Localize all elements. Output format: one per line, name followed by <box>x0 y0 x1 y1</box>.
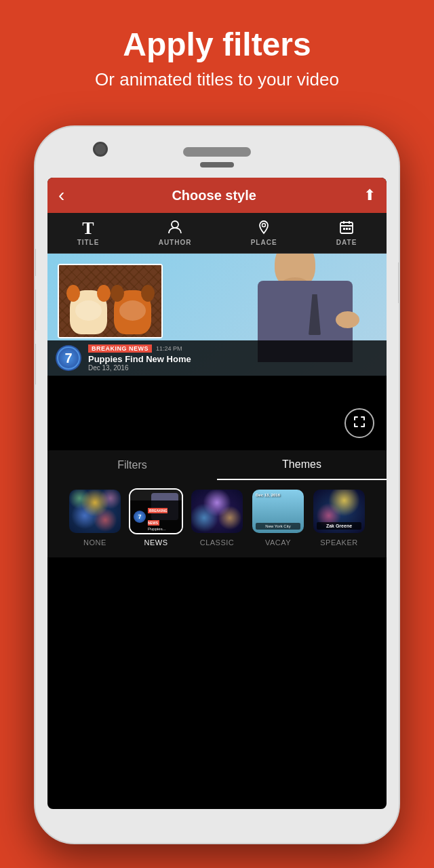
svg-rect-5 <box>349 228 351 230</box>
expand-icon <box>353 415 366 432</box>
news-headline: Puppies Find New Home <box>88 354 378 364</box>
place-icon <box>256 220 271 237</box>
app-header: ‹ Choose style ⬆ <box>47 178 387 213</box>
news-time: 11:24 PM <box>156 345 182 352</box>
breaking-label-row: BREAKING NEWS 11:24 PM <box>88 344 378 353</box>
date-icon <box>339 220 354 237</box>
tab-place[interactable]: PLACE <box>251 220 277 246</box>
phone-screen: ‹ Choose style ⬆ T TITLE AUTHOR <box>47 178 387 809</box>
phone-speaker <box>183 147 251 157</box>
phone-earpiece <box>200 162 234 167</box>
page-subtitle: Or animated titles to your video <box>14 68 420 92</box>
filter-speaker-label: SPEAKER <box>320 538 357 547</box>
filter-vacay-date: Dec 13, 2016 <box>256 493 280 497</box>
anchor-hand <box>336 311 359 328</box>
page-title: Apply filters <box>14 27 420 63</box>
themes-label: Themes <box>282 458 321 471</box>
filter-vacay-thumb: Dec 13, 2016 New York City <box>251 488 305 534</box>
news-text-area: BREAKING NEWS 11:24 PM Puppies Find New … <box>88 344 378 372</box>
puppy-left <box>70 290 107 334</box>
filter-classic-thumb <box>190 488 244 534</box>
filter-vacay-city: New York City <box>258 524 298 528</box>
phone-frame: ‹ Choose style ⬆ T TITLE AUTHOR <box>34 125 400 844</box>
filter-vacay-label: VACAY <box>265 538 291 547</box>
filter-none-label: NONE <box>83 538 106 547</box>
black-spacer <box>47 376 387 450</box>
author-icon <box>167 220 182 237</box>
filter-speaker-name: Zak Greene <box>317 522 361 530</box>
filter-news-content: 7 BREAKING NEWS Puppies... <box>130 490 182 533</box>
filter-news-thumb: 7 BREAKING NEWS Puppies... <box>129 488 183 534</box>
filters-label: Filters <box>117 459 147 471</box>
anchor-tie <box>309 294 321 335</box>
tab-author-label: AUTHOR <box>159 239 192 246</box>
filter-strip: NONE 7 BREAKING NEWS Puppies... <box>47 480 387 557</box>
filter-speaker[interactable]: Zak Greene SPEAKER <box>312 488 366 547</box>
tab-filters[interactable]: Filters <box>47 450 217 480</box>
side-button-left-mid <box>34 290 36 330</box>
filter-news[interactable]: 7 BREAKING NEWS Puppies... NEWS <box>129 488 183 547</box>
side-button-right <box>398 262 400 303</box>
header-section: Apply filters Or animated titles to your… <box>0 0 434 105</box>
filter-vacay[interactable]: Dec 13, 2016 New York City VACAY <box>251 488 305 547</box>
share-button[interactable]: ⬆ <box>363 186 376 204</box>
news-number: 7 <box>64 351 72 366</box>
back-button[interactable]: ‹ <box>58 184 64 206</box>
tab-title[interactable]: T TITLE <box>77 220 100 246</box>
mode-tabs: Filters Themes <box>47 450 387 480</box>
video-preview: 7 BREAKING NEWS 11:24 PM Puppies Find Ne… <box>47 254 387 376</box>
title-icon: T <box>82 220 94 237</box>
pip-video <box>58 264 163 338</box>
filter-speaker-thumb: Zak Greene <box>312 488 366 534</box>
tab-date[interactable]: DATE <box>336 220 357 246</box>
news-date: Dec 13, 2016 <box>88 364 378 372</box>
puppy-right <box>114 290 151 334</box>
svg-point-1 <box>262 224 266 227</box>
tab-title-label: TITLE <box>77 239 100 246</box>
tab-themes[interactable]: Themes <box>217 450 387 480</box>
tab-date-label: DATE <box>336 239 357 246</box>
side-button-left-top <box>34 249 36 276</box>
side-button-left-bot <box>34 344 36 384</box>
tab-bar: T TITLE AUTHOR P <box>47 213 387 254</box>
svg-rect-3 <box>343 228 345 230</box>
scene-container: 7 BREAKING NEWS 11:24 PM Puppies Find Ne… <box>47 254 387 376</box>
breaking-bar: 7 BREAKING NEWS 11:24 PM Puppies Find Ne… <box>47 340 387 376</box>
breaking-tag: BREAKING NEWS <box>88 344 152 353</box>
puppy-area <box>59 265 161 337</box>
filter-none[interactable]: NONE <box>68 488 122 547</box>
tab-author[interactable]: AUTHOR <box>159 220 192 246</box>
filter-none-thumb <box>68 488 122 534</box>
filter-news-label: NEWS <box>144 538 168 547</box>
expand-button[interactable] <box>344 408 374 438</box>
tab-place-label: PLACE <box>251 239 277 246</box>
svg-point-0 <box>172 221 178 228</box>
phone-camera <box>93 142 108 157</box>
app-title: Choose style <box>172 188 256 203</box>
svg-rect-4 <box>346 228 348 230</box>
news-logo: 7 <box>56 345 81 371</box>
filter-classic[interactable]: CLASSIC <box>190 488 244 547</box>
lower-third: 7 BREAKING NEWS 11:24 PM Puppies Find Ne… <box>47 340 387 376</box>
filter-classic-label: CLASSIC <box>200 538 235 547</box>
